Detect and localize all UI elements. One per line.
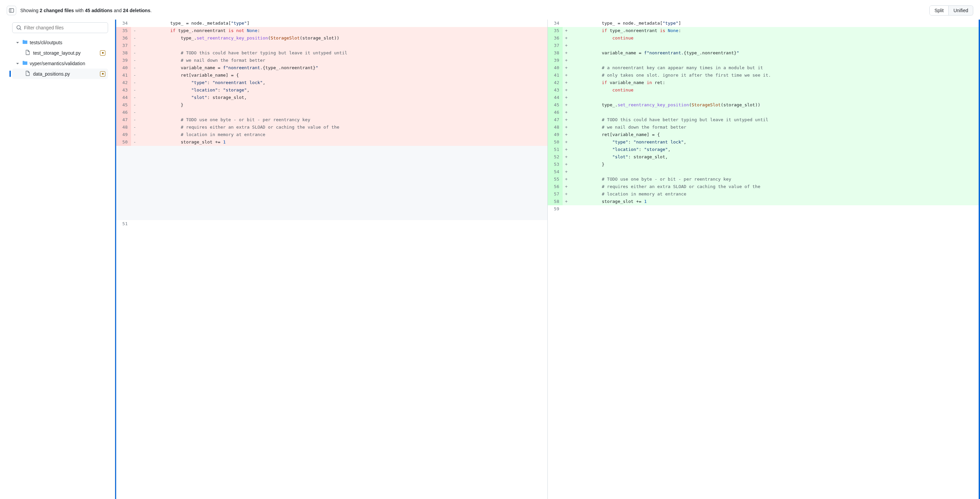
diff-row[interactable]: 51+ "location": "storage", xyxy=(548,146,978,153)
tree-file-data-positions[interactable]: data_positions.py xyxy=(12,68,108,79)
diff-row[interactable]: 46+ xyxy=(548,109,978,116)
code-line: # only takes one slot. ignore it after t… xyxy=(570,72,978,79)
diff-row[interactable]: 42- "type": "nonreentrant lock", xyxy=(116,79,547,86)
diff-row[interactable]: 46- xyxy=(116,109,547,116)
diff-row[interactable]: 35- if type_.nonreentrant is not None: xyxy=(116,27,547,35)
diff-row[interactable]: 51 xyxy=(116,220,547,227)
diff-row[interactable]: 40- variable_name = f"nonreentrant.{type… xyxy=(116,64,547,72)
diff-row[interactable]: 47- # TODO use one byte - or bit - per r… xyxy=(116,116,547,124)
tree-folder-vyper[interactable]: vyper/semantics/validation xyxy=(12,58,108,68)
scroll-indicator xyxy=(978,19,980,499)
code-line xyxy=(570,57,978,64)
diff-row[interactable]: 42+ if variable_name in ret: xyxy=(548,79,978,86)
diff-row[interactable] xyxy=(116,198,547,205)
line-number: 43 xyxy=(116,86,131,94)
diff-row[interactable]: 53+ } xyxy=(548,161,978,168)
diff-marker xyxy=(131,146,138,153)
diff-row[interactable]: 55+ # TODO use one byte - or bit - per r… xyxy=(548,176,978,183)
diff-row[interactable]: 54+ xyxy=(548,168,978,176)
file-label: test_storage_layout.py xyxy=(33,50,81,56)
diff-row[interactable]: 44- "slot": storage_slot, xyxy=(116,94,547,101)
line-number xyxy=(116,153,131,161)
diff-row[interactable]: 59 xyxy=(548,205,978,213)
tree-file-test-storage-layout[interactable]: test_storage_layout.py xyxy=(12,48,108,58)
diff-row[interactable] xyxy=(116,213,547,220)
diff-marker: + xyxy=(563,124,570,131)
code-line: "type": "nonreentrant lock", xyxy=(570,138,978,146)
diff-row[interactable] xyxy=(116,153,547,161)
diff-row[interactable]: 40+ # a nonreentrant key can appear many… xyxy=(548,64,978,72)
diff-row[interactable]: 35+ if type_.nonreentrant is None: xyxy=(548,27,978,35)
diff-marker: + xyxy=(563,168,570,176)
diff-marker: + xyxy=(563,138,570,146)
split-view-button[interactable]: Split xyxy=(929,5,948,16)
line-number: 36 xyxy=(548,35,563,42)
line-number: 35 xyxy=(548,27,563,35)
file-tree-sidebar: tests/cli/outputs test_storage_layout.py… xyxy=(0,19,115,499)
diff-row[interactable]: 41- ret[variable_name] = { xyxy=(116,72,547,79)
diff-row[interactable]: 52+ "slot": storage_slot, xyxy=(548,153,978,161)
code-line xyxy=(138,183,547,191)
diff-row[interactable]: 50+ "type": "nonreentrant lock", xyxy=(548,138,978,146)
collapse-sidebar-button[interactable] xyxy=(7,6,16,15)
diff-row[interactable]: 34 type_ = node._metadata["type"] xyxy=(548,19,978,27)
diff-row[interactable]: 49+ ret[variable_name] = { xyxy=(548,131,978,138)
code-line xyxy=(138,153,547,161)
diff-row[interactable]: 43- "location": "storage", xyxy=(116,86,547,94)
diff-row[interactable]: 57+ # location in memory at entrance xyxy=(548,191,978,198)
line-number: 40 xyxy=(548,64,563,72)
diff-row[interactable]: 44+ xyxy=(548,94,978,101)
diff-row[interactable] xyxy=(116,176,547,183)
diff-marker: + xyxy=(563,116,570,124)
code-line: continue xyxy=(570,35,978,42)
diff-row[interactable] xyxy=(116,205,547,213)
diff-marker: + xyxy=(563,35,570,42)
diff-marker: - xyxy=(131,42,138,49)
diff-row[interactable]: 50- storage_slot += 1 xyxy=(116,138,547,146)
line-number: 46 xyxy=(548,109,563,116)
diff-marker xyxy=(131,198,138,205)
code-line: type_.set_reentrancy_key_position(Storag… xyxy=(570,101,978,109)
diff-row[interactable]: 48+ # we nail down the format better xyxy=(548,124,978,131)
tree-folder-tests[interactable]: tests/cli/outputs xyxy=(12,37,108,48)
diff-row[interactable]: 45+ type_.set_reentrancy_key_position(St… xyxy=(548,101,978,109)
diff-marker: - xyxy=(131,138,138,146)
diff-right-side: 34 type_ = node._metadata["type"]35+ if … xyxy=(547,19,978,499)
code-line: # we nail down the format better xyxy=(138,57,547,64)
diff-row[interactable]: 56+ # requires either an extra SLOAD or … xyxy=(548,183,978,191)
unified-view-button[interactable]: Unified xyxy=(948,5,973,16)
diff-row[interactable]: 37+ xyxy=(548,42,978,49)
diff-row[interactable]: 47+ # TODO this could have better typing… xyxy=(548,116,978,124)
diff-row[interactable]: 45- } xyxy=(116,101,547,109)
diff-row[interactable]: 43+ continue xyxy=(548,86,978,94)
diff-row[interactable]: 38+ variable_name = f"nonreentrant.{type… xyxy=(548,49,978,57)
line-number: 34 xyxy=(116,19,131,27)
code-line: # we nail down the format better xyxy=(570,124,978,131)
diff-row[interactable]: 37- xyxy=(116,42,547,49)
diff-row[interactable]: 58+ storage_slot += 1 xyxy=(548,198,978,205)
diff-row[interactable] xyxy=(116,168,547,176)
diff-row[interactable]: 34 type_ = node._metadata["type"] xyxy=(116,19,547,27)
diff-row[interactable]: 36+ continue xyxy=(548,35,978,42)
diff-row[interactable]: 39- # we nail down the format better xyxy=(116,57,547,64)
line-number: 42 xyxy=(548,79,563,86)
diff-row[interactable] xyxy=(116,191,547,198)
diff-row[interactable]: 41+ # only takes one slot. ignore it aft… xyxy=(548,72,978,79)
diff-marker xyxy=(131,161,138,168)
diff-row[interactable]: 38- # TODO this could have better typing… xyxy=(116,49,547,57)
diff-row[interactable] xyxy=(116,146,547,153)
diff-row[interactable]: 36- type_.set_reentrancy_key_position(St… xyxy=(116,35,547,42)
diff-row[interactable]: 49- # location in memory at entrance xyxy=(116,131,547,138)
diff-row[interactable]: 48- # requires either an extra SLOAD or … xyxy=(116,124,547,131)
code-line: # requires either an extra SLOAD or cach… xyxy=(138,124,547,131)
line-number: 48 xyxy=(116,124,131,131)
diff-marker: + xyxy=(563,183,570,191)
code-line xyxy=(138,161,547,168)
diff-row[interactable]: 39+ xyxy=(548,57,978,64)
diff-row[interactable] xyxy=(116,161,547,168)
diff-marker: + xyxy=(563,72,570,79)
diff-row[interactable] xyxy=(116,183,547,191)
diff-marker: - xyxy=(131,79,138,86)
line-number: 38 xyxy=(548,49,563,57)
filter-files-input[interactable] xyxy=(12,22,108,33)
